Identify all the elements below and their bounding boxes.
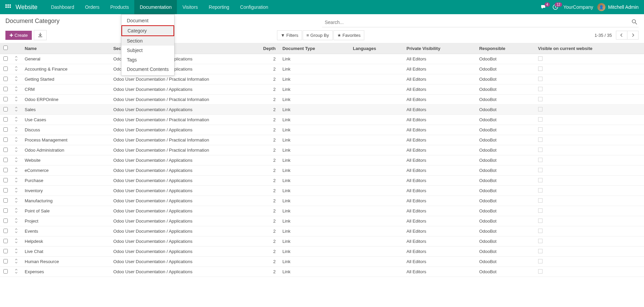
col-visibility[interactable]: Private Visibility — [403, 43, 476, 54]
col-depth[interactable]: Depth — [252, 43, 279, 54]
row-checkbox[interactable] — [3, 219, 8, 223]
visible-checkbox[interactable] — [538, 158, 543, 162]
dropdown-item-document[interactable]: Document — [121, 16, 174, 25]
drag-handle-icon[interactable] — [11, 74, 21, 84]
drag-handle-icon[interactable] — [11, 236, 21, 247]
table-row[interactable]: Expenses Odoo User Documentation / Appli… — [0, 267, 644, 277]
table-row[interactable]: Purchase Odoo User Documentation / Appli… — [0, 176, 644, 186]
table-row[interactable]: Inventory Odoo User Documentation / Appl… — [0, 186, 644, 196]
visible-checkbox[interactable] — [538, 239, 543, 243]
row-checkbox[interactable] — [3, 117, 8, 122]
apps-icon[interactable] — [5, 4, 11, 10]
pager-prev[interactable] — [616, 31, 627, 39]
col-doctype[interactable]: Document Type — [279, 43, 349, 54]
drag-handle-icon[interactable] — [11, 247, 21, 257]
visible-checkbox[interactable] — [538, 56, 543, 61]
table-row[interactable]: Process Management Odoo User Documentati… — [0, 135, 644, 145]
visible-checkbox[interactable] — [538, 219, 543, 223]
pager-range[interactable]: 1-35 / 35 — [595, 33, 612, 38]
visible-checkbox[interactable] — [538, 188, 543, 193]
drag-handle-icon[interactable] — [11, 84, 21, 95]
messages-icon[interactable]: 4 — [539, 4, 547, 10]
visible-checkbox[interactable] — [538, 97, 543, 101]
download-button[interactable] — [34, 30, 47, 40]
dropdown-item-section[interactable]: Section — [121, 36, 174, 46]
row-checkbox[interactable] — [3, 168, 8, 172]
drag-handle-icon[interactable] — [11, 257, 21, 267]
row-checkbox[interactable] — [3, 77, 8, 81]
row-checkbox[interactable] — [3, 178, 8, 182]
visible-checkbox[interactable] — [538, 198, 543, 203]
row-checkbox[interactable] — [3, 107, 8, 111]
col-responsible[interactable]: Responsible — [476, 43, 535, 54]
favorites-button[interactable]: ★ Favorites — [334, 30, 364, 40]
visible-checkbox[interactable] — [538, 107, 543, 111]
drag-handle-icon[interactable] — [11, 176, 21, 186]
visible-checkbox[interactable] — [538, 87, 543, 91]
drag-handle-icon[interactable] — [11, 125, 21, 135]
row-checkbox[interactable] — [3, 259, 8, 263]
table-row[interactable]: Sales Odoo User Documentation / Applicat… — [0, 105, 644, 115]
nav-item-configuration[interactable]: Configuration — [235, 0, 274, 14]
row-checkbox[interactable] — [3, 87, 8, 91]
table-row[interactable]: Project Odoo User Documentation / Applic… — [0, 216, 644, 226]
pager-next[interactable] — [627, 31, 638, 39]
drag-handle-icon[interactable] — [11, 54, 21, 64]
visible-checkbox[interactable] — [538, 229, 543, 233]
table-row[interactable]: Discuss Odoo User Documentation / Applic… — [0, 125, 644, 135]
drag-handle-icon[interactable] — [11, 105, 21, 115]
table-row[interactable]: Odoo ERPOnline Odoo User Documentation /… — [0, 95, 644, 105]
search-icon[interactable] — [630, 18, 639, 27]
user-menu[interactable]: 👤 Mitchell Admin — [597, 3, 639, 11]
row-checkbox[interactable] — [3, 229, 8, 233]
dropdown-item-subject[interactable]: Subject — [121, 46, 174, 55]
visible-checkbox[interactable] — [538, 208, 543, 213]
filters-button[interactable]: ▼ Filters — [277, 30, 302, 40]
nav-item-visitors[interactable]: Visitors — [177, 0, 203, 14]
table-row[interactable]: Use Cases Odoo User Documentation / Prac… — [0, 115, 644, 125]
visible-checkbox[interactable] — [538, 117, 543, 122]
visible-checkbox[interactable] — [538, 269, 543, 274]
visible-checkbox[interactable] — [538, 77, 543, 81]
visible-checkbox[interactable] — [538, 137, 543, 142]
row-checkbox[interactable] — [3, 188, 8, 193]
visible-checkbox[interactable] — [538, 148, 543, 152]
row-checkbox[interactable] — [3, 249, 8, 253]
row-checkbox[interactable] — [3, 67, 8, 71]
drag-handle-icon[interactable] — [11, 226, 21, 236]
table-row[interactable]: Odoo Administration Odoo User Documentat… — [0, 145, 644, 155]
row-checkbox[interactable] — [3, 208, 8, 213]
activities-icon[interactable]: 12 — [551, 4, 559, 10]
table-row[interactable]: eCommerce Odoo User Documentation / Appl… — [0, 165, 644, 176]
visible-checkbox[interactable] — [538, 259, 543, 263]
nav-brand[interactable]: Website — [16, 4, 38, 11]
nav-item-products[interactable]: Products — [105, 0, 134, 14]
visible-checkbox[interactable] — [538, 127, 543, 132]
drag-handle-icon[interactable] — [11, 145, 21, 155]
row-checkbox[interactable] — [3, 198, 8, 203]
row-checkbox[interactable] — [3, 137, 8, 142]
dropdown-item-category[interactable]: Category — [121, 25, 174, 36]
nav-item-orders[interactable]: Orders — [79, 0, 105, 14]
visible-checkbox[interactable] — [538, 67, 543, 71]
nav-item-documentation[interactable]: Documentation — [134, 0, 177, 14]
drag-handle-icon[interactable] — [11, 95, 21, 105]
select-all-header[interactable] — [0, 43, 11, 54]
visible-checkbox[interactable] — [538, 178, 543, 182]
drag-handle-icon[interactable] — [11, 267, 21, 277]
search-input[interactable] — [322, 18, 630, 27]
nav-item-reporting[interactable]: Reporting — [203, 0, 235, 14]
table-row[interactable]: Website Odoo User Documentation / Applic… — [0, 155, 644, 165]
drag-handle-icon[interactable] — [11, 155, 21, 165]
row-checkbox[interactable] — [3, 158, 8, 162]
table-row[interactable]: General Odoo User Documentation / Applic… — [0, 54, 644, 64]
visible-checkbox[interactable] — [538, 249, 543, 253]
nav-item-dashboard[interactable]: Dashboard — [46, 0, 80, 14]
create-button[interactable]: ✚ Create — [5, 31, 32, 40]
row-checkbox[interactable] — [3, 239, 8, 243]
dropdown-item-document-contents[interactable]: Document Contents — [121, 65, 174, 74]
select-all-checkbox[interactable] — [3, 46, 8, 50]
drag-handle-icon[interactable] — [11, 206, 21, 216]
drag-handle-icon[interactable] — [11, 64, 21, 74]
drag-handle-icon[interactable] — [11, 135, 21, 145]
